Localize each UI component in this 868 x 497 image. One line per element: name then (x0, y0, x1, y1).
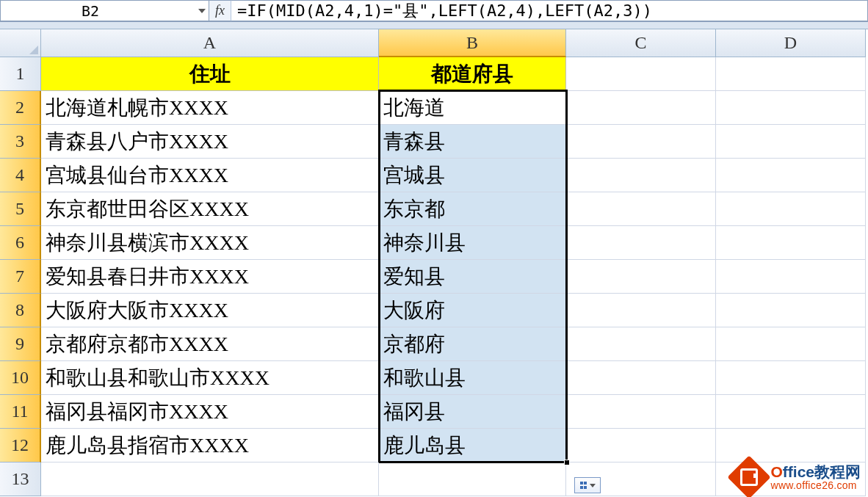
cell-C1[interactable] (566, 57, 716, 91)
cell-C7[interactable] (566, 260, 716, 294)
cell-A5[interactable]: 东京都世田谷区XXXX (41, 192, 379, 226)
cell-A6[interactable]: 神奈川县横滨市XXXX (41, 226, 379, 260)
selection-border-bottom (379, 461, 568, 463)
autofill-options-button[interactable] (574, 477, 601, 493)
cell-D1[interactable] (716, 57, 866, 91)
cell-C4[interactable] (566, 159, 716, 192)
table-row: 12 鹿儿岛县指宿市XXXX 鹿儿岛县 (0, 429, 868, 462)
cell-D10[interactable] (716, 361, 866, 395)
table-row: 4 宫城县仙台市XXXX 宫城县 (0, 159, 868, 192)
table-row: 1 住址 都道府县 (0, 57, 868, 91)
selection-border-top (379, 90, 568, 92)
table-row: 2 北海道札幌市XXXX 北海道 (0, 91, 868, 125)
cell-B2[interactable]: 北海道 (379, 91, 566, 125)
table-row: 3 青森县八户市XXXX 青森县 (0, 125, 868, 159)
watermark-url: www.office26.com (770, 480, 861, 491)
row-header-9[interactable]: 9 (0, 327, 41, 361)
table-row: 9 京都府京都市XXXX 京都府 (0, 327, 868, 361)
cell-A10[interactable]: 和歌山县和歌山市XXXX (41, 361, 379, 395)
chevron-down-icon[interactable] (198, 9, 206, 13)
cell-B13[interactable] (379, 462, 566, 496)
cell-C8[interactable] (566, 294, 716, 327)
selection-border-left (378, 90, 380, 462)
office-logo-icon (728, 455, 771, 497)
spacer (0, 22, 868, 29)
selection-border-right (565, 90, 568, 462)
cell-C9[interactable] (566, 327, 716, 361)
col-header-C[interactable]: C (566, 29, 716, 57)
table-row: 10 和歌山县和歌山市XXXX 和歌山县 (0, 361, 868, 395)
fx-button[interactable]: fx (215, 3, 225, 18)
row-header-7[interactable]: 7 (0, 260, 41, 294)
watermark: Office教程网 www.office26.com (734, 462, 861, 493)
fill-handle[interactable] (564, 460, 570, 465)
row-header-4[interactable]: 4 (0, 159, 41, 192)
row-header-10[interactable]: 10 (0, 361, 41, 395)
cell-B11[interactable]: 福冈县 (379, 395, 566, 429)
col-header-A[interactable]: A (41, 29, 379, 57)
cell-D8[interactable] (716, 294, 866, 327)
col-header-D[interactable]: D (716, 29, 866, 57)
cell-D4[interactable] (716, 159, 866, 192)
autofill-icon (579, 481, 588, 490)
row-header-2[interactable]: 2 (0, 91, 41, 125)
chevron-down-icon (590, 484, 596, 487)
cell-C10[interactable] (566, 361, 716, 395)
cell-B10[interactable]: 和歌山县 (379, 361, 566, 395)
cell-C2[interactable] (566, 91, 716, 125)
cell-D12[interactable] (716, 429, 866, 462)
formula-text: =IF(MID(A2,4,1)="县",LEFT(A2,4),LEFT(A2,3… (237, 0, 652, 22)
table-row: 7 爱知县春日井市XXXX 爱知县 (0, 260, 868, 294)
formula-bar-buttons: fx (209, 0, 231, 21)
cell-B9[interactable]: 京都府 (379, 327, 566, 361)
row-header-8[interactable]: 8 (0, 294, 41, 327)
cell-A9[interactable]: 京都府京都市XXXX (41, 327, 379, 361)
column-header-row: A B C D (0, 29, 868, 57)
name-box[interactable]: B2 (0, 0, 209, 21)
cell-D6[interactable] (716, 226, 866, 260)
watermark-title: Office教程网 (770, 464, 861, 480)
cell-A1[interactable]: 住址 (41, 57, 379, 91)
cell-B5[interactable]: 东京都 (379, 192, 566, 226)
cell-B8[interactable]: 大阪府 (379, 294, 566, 327)
table-row: 5 东京都世田谷区XXXX 东京都 (0, 192, 868, 226)
cell-C3[interactable] (566, 125, 716, 159)
cell-C6[interactable] (566, 226, 716, 260)
cell-A3[interactable]: 青森县八户市XXXX (41, 125, 379, 159)
row-header-12[interactable]: 12 (0, 429, 41, 462)
row-header-13[interactable]: 13 (0, 462, 41, 496)
cell-A4[interactable]: 宫城县仙台市XXXX (41, 159, 379, 192)
row-header-1[interactable]: 1 (0, 57, 41, 91)
formula-input[interactable]: =IF(MID(A2,4,1)="县",LEFT(A2,4),LEFT(A2,3… (231, 0, 868, 21)
cell-A11[interactable]: 福冈县福冈市XXXX (41, 395, 379, 429)
cell-A2[interactable]: 北海道札幌市XXXX (41, 91, 379, 125)
row-header-11[interactable]: 11 (0, 395, 41, 429)
cell-A12[interactable]: 鹿儿岛县指宿市XXXX (41, 429, 379, 462)
row-header-3[interactable]: 3 (0, 125, 41, 159)
cell-B7[interactable]: 爱知县 (379, 260, 566, 294)
cell-B4[interactable]: 宫城县 (379, 159, 566, 192)
cell-A13[interactable] (41, 462, 379, 496)
name-box-value: B2 (82, 2, 99, 20)
formula-bar: B2 fx =IF(MID(A2,4,1)="县",LEFT(A2,4),LEF… (0, 0, 868, 22)
row-header-6[interactable]: 6 (0, 226, 41, 260)
cell-A7[interactable]: 爱知县春日井市XXXX (41, 260, 379, 294)
cell-A8[interactable]: 大阪府大阪市XXXX (41, 294, 379, 327)
cell-B1[interactable]: 都道府县 (379, 57, 566, 91)
cell-B6[interactable]: 神奈川县 (379, 226, 566, 260)
cell-D9[interactable] (716, 327, 866, 361)
table-row: 11 福冈县福冈市XXXX 福冈县 (0, 395, 868, 429)
cell-D7[interactable] (716, 260, 866, 294)
cell-B12[interactable]: 鹿儿岛县 (379, 429, 566, 462)
col-header-B[interactable]: B (379, 29, 566, 57)
select-all-corner[interactable] (0, 29, 41, 57)
cell-D2[interactable] (716, 91, 866, 125)
cell-B3[interactable]: 青森县 (379, 125, 566, 159)
cell-C12[interactable] (566, 429, 716, 462)
row-header-5[interactable]: 5 (0, 192, 41, 226)
cell-D5[interactable] (716, 192, 866, 226)
cell-C5[interactable] (566, 192, 716, 226)
cell-D11[interactable] (716, 395, 866, 429)
cell-D3[interactable] (716, 125, 866, 159)
cell-C11[interactable] (566, 395, 716, 429)
